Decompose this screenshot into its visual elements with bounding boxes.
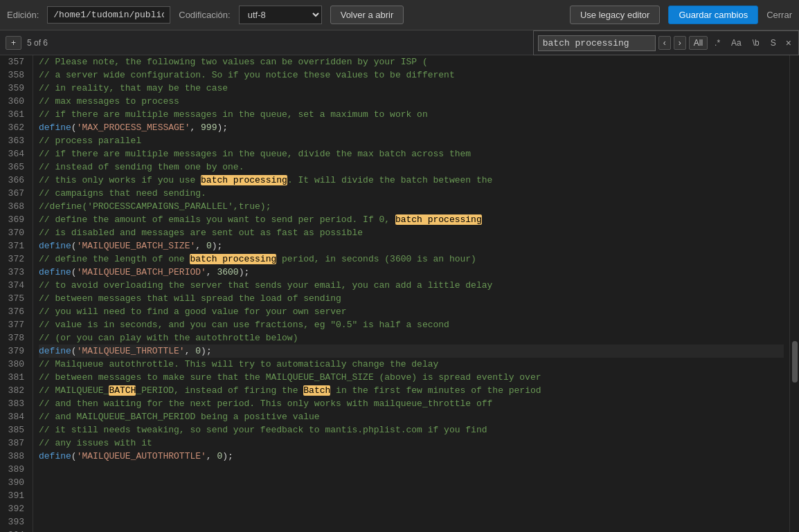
search-case-button[interactable]: Aa [727, 36, 746, 50]
code-line: // if there are multiple messages in the… [39, 108, 784, 121]
code-line: // campaigns that need sending. [39, 187, 784, 200]
search-word-button[interactable]: \b [748, 36, 764, 50]
search-next-button[interactable]: › [674, 36, 686, 50]
code-line: define('MAILQUEUE_BATCH_PERIOD', 3600); [39, 266, 784, 279]
code-line: // is disabled and messages are sent out… [39, 226, 784, 239]
find-bar-controls: + 5 of 6 [6, 36, 51, 50]
search-select-button[interactable]: S [766, 36, 780, 50]
code-line: // Please note, the following two values… [39, 55, 784, 68]
code-line: define('MAX_PROCESS_MESSAGE', 999); [39, 121, 784, 134]
code-line: // MAILQUEUE_BATCH_PERIOD, instead of fi… [39, 384, 784, 397]
path-input[interactable] [47, 6, 170, 24]
toolbar: Edición: Codificación: utf-8 iso-8859-1 … [0, 0, 799, 30]
code-line: // Mailqueue autothrottle. This will try… [39, 358, 784, 371]
code-line: // you will need to find a good value fo… [39, 305, 784, 318]
code-line: define('MAILQUEUE_BATCH_SIZE', 0); [39, 239, 784, 253]
search-all-button[interactable]: All [689, 36, 708, 50]
code-line: // this only works if you use batch proc… [39, 174, 784, 187]
line-numbers: 3573583593603613623633643653663673683693… [0, 55, 33, 532]
code-line: // process parallel [39, 134, 784, 147]
code-line: // to avoid overloading the server that … [39, 279, 784, 292]
codification-label: Codificación: [179, 10, 230, 20]
find-match-count: 5 of 6 [27, 38, 48, 48]
code-line: // between messages that will spread the… [39, 292, 784, 305]
search-prev-button[interactable]: ‹ [658, 36, 671, 50]
search-regex-button[interactable]: .* [710, 36, 724, 50]
code-line: // value is in seconds, and you can use … [39, 318, 784, 331]
find-bar: + 5 of 6 ‹ › All .* Aa \b S × [0, 30, 799, 55]
save-button[interactable]: Guardar cambios [668, 6, 758, 24]
search-input[interactable] [538, 35, 656, 51]
code-line: define('MAILQUEUE_THROTTLE', 0); [39, 345, 784, 358]
search-close-button[interactable]: × [783, 36, 794, 50]
search-box: ‹ › All .* Aa \b S × [533, 30, 799, 55]
code-line: // between messages to make sure that th… [39, 371, 784, 384]
reopen-button[interactable]: Volver a abrir [330, 6, 404, 24]
find-add-button[interactable]: + [6, 36, 21, 50]
code-line: // define the length of one batch proces… [39, 253, 784, 266]
scrollbar-thumb[interactable] [792, 341, 798, 383]
code-line: // max messages to process [39, 95, 784, 108]
code-line: // any issues with it [39, 437, 784, 450]
code-line: // (or you can play with the autothrottl… [39, 331, 784, 345]
code-line: // and then waiting for the next period.… [39, 397, 784, 410]
code-line: define('MAILQUEUE_AUTOTHROTTLE', 0); [39, 450, 784, 463]
code-line: //define('PROCESSCAMPAIGNS_PARALLEL',tru… [39, 200, 784, 213]
code-line: // if there are multiple messages in the… [39, 147, 784, 160]
legacy-editor-button[interactable]: Use legacy editor [570, 6, 660, 24]
code-line: // it still needs tweaking, so send your… [39, 423, 784, 437]
code-area[interactable]: // Please note, the following two values… [33, 55, 789, 532]
scrollbar-track[interactable] [789, 55, 799, 532]
code-line: // define the amount of emails you want … [39, 213, 784, 226]
edition-label: Edición: [7, 10, 39, 20]
encoding-select[interactable]: utf-8 iso-8859-1 ascii [239, 6, 322, 24]
code-line: // a server wide configuration. So if yo… [39, 68, 784, 82]
editor-container: 3573583593603613623633643653663673683693… [0, 55, 799, 532]
code-line: // in reality, that may be the case [39, 82, 784, 95]
code-line: // instead of sending them one by one. [39, 160, 784, 174]
close-button[interactable]: Cerrar [766, 10, 792, 20]
code-line: // and MAILQUEUE_BATCH_PERIOD being a po… [39, 410, 784, 423]
